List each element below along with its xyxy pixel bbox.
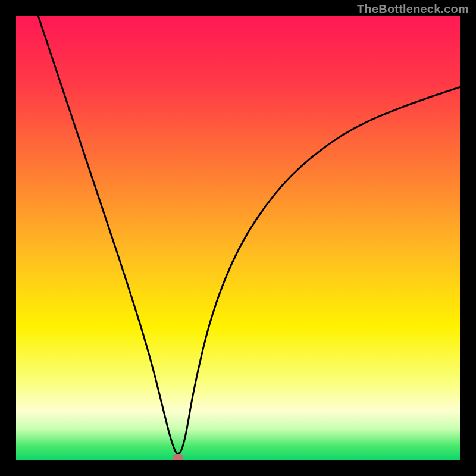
plot-area [16,16,460,460]
chart-frame: TheBottleneck.com [0,0,476,476]
curve-layer [16,16,460,460]
bottleneck-curve [38,16,460,454]
watermark-text: TheBottleneck.com [357,2,469,16]
optimal-point-marker [173,454,183,460]
